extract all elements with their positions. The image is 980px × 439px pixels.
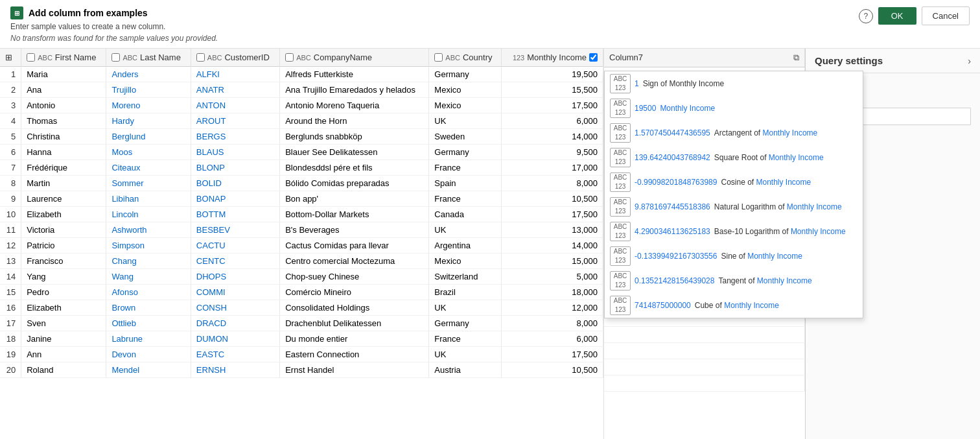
cell-monthly-income: 12,000: [502, 300, 603, 316]
ok-button[interactable]: OK: [878, 7, 916, 25]
cell-monthly-income: 8,000: [502, 316, 603, 331]
col-monthly-income[interactable]: 123 Monthly Income: [502, 49, 603, 67]
header-title: ⊞ Add column from examples: [10, 6, 218, 19]
cell-monthly-income: 13,000: [502, 222, 603, 238]
row-index: 15: [0, 285, 21, 300]
cell-customer-id: BERGS: [191, 129, 279, 145]
cell-first-name: Roland: [21, 362, 106, 378]
col7-row: [604, 327, 805, 343]
col7-cell: [604, 327, 805, 343]
row-index: 6: [0, 145, 21, 160]
cell-monthly-income: 17,500: [502, 98, 603, 113]
suggestion-value: -0.99098201848763989: [635, 178, 717, 187]
suggestion-desc: Natural Logarithm of Monthly Income: [714, 202, 842, 211]
col7-cell: [604, 359, 805, 375]
suggestion-item[interactable]: ABC123 -0.99098201848763989 Cosine of Mo…: [605, 170, 863, 195]
table-row: 13 Francisco Chang CENTC Centro comercia…: [0, 254, 603, 269]
cell-country: UK: [429, 300, 502, 316]
cell-monthly-income: 19,500: [502, 67, 603, 82]
cell-last-name: Ottlieb: [106, 316, 191, 331]
expand-icon[interactable]: ›: [968, 56, 971, 66]
cell-first-name: Thomas: [21, 113, 106, 129]
cell-monthly-income: 15,500: [502, 82, 603, 98]
suggestion-value: 0.13521428156439028: [635, 276, 714, 285]
col-first-name-checkbox[interactable]: [27, 53, 35, 62]
suggestion-item[interactable]: ABC123 1.5707450447436595 Arctangent of …: [605, 121, 863, 145]
suggestion-type-icon: ABC123: [610, 246, 631, 266]
cell-company-name: Du monde entier: [280, 331, 429, 347]
cell-company-name: Eastern Connection: [280, 347, 429, 362]
row-index: 16: [0, 300, 21, 316]
col-company-name[interactable]: ABC CompanyName: [280, 49, 429, 67]
cell-first-name: Elizabeth: [21, 300, 106, 316]
cell-last-name: Berglund: [106, 129, 191, 145]
col-country-checkbox[interactable]: [434, 53, 443, 62]
table-row: 2 Ana Trujillo ANATR Ana Trujillo Emared…: [0, 82, 603, 98]
cell-first-name: Francisco: [21, 254, 106, 269]
row-index: 3: [0, 98, 21, 113]
suggestion-value: 1.5707450447436595: [635, 128, 710, 137]
suggestion-item[interactable]: ABC123 1 Sign of Monthly Income: [605, 71, 863, 96]
col-country[interactable]: ABC Country: [429, 49, 502, 67]
cell-country: Canada: [429, 207, 502, 222]
suggestion-item[interactable]: ABC123 9.8781697445518386 Natural Logari…: [605, 195, 863, 219]
cell-customer-id: COMMI: [191, 285, 279, 300]
cancel-button[interactable]: Cancel: [922, 6, 970, 25]
cell-first-name: Ann: [21, 347, 106, 362]
row-index: 13: [0, 254, 21, 269]
suggestion-type-icon: ABC123: [610, 222, 631, 241]
row-index: 11: [0, 222, 21, 238]
suggestion-item[interactable]: ABC123 4.2900346113625183 Base-10 Logari…: [605, 219, 863, 244]
suggestion-value: -0.13399492167303556: [635, 252, 717, 261]
cell-monthly-income: 15,000: [502, 254, 603, 269]
cell-first-name: Antonio: [21, 98, 106, 113]
cell-company-name: Alfreds Futterkiste: [280, 67, 429, 82]
cell-country: Spain: [429, 176, 502, 191]
cell-customer-id: EASTC: [191, 347, 279, 362]
suggestion-value: 19500: [635, 104, 656, 113]
copy-icon[interactable]: ⧉: [793, 53, 799, 63]
suggestion-item[interactable]: ABC123 0.13521428156439028 Tangent of Mo…: [605, 268, 863, 293]
cell-customer-id: BOTTM: [191, 207, 279, 222]
cell-last-name: Devon: [106, 347, 191, 362]
col-customer-id-checkbox[interactable]: [196, 53, 205, 62]
cell-country: Mexico: [429, 254, 502, 269]
suggestion-item[interactable]: ABC123 19500 Monthly Income: [605, 96, 863, 121]
cell-company-name: Bon app': [280, 191, 429, 207]
suggestion-item[interactable]: ABC123 139.64240043768942 Square Root of…: [605, 145, 863, 170]
suggestion-desc: Cube of Monthly Income: [695, 301, 779, 310]
col-customer-id[interactable]: ABC CustomerID: [191, 49, 279, 67]
col-monthly-income-checkbox[interactable]: [589, 53, 598, 62]
header-warning: No transform was found for the sample va…: [10, 34, 218, 43]
suggestion-item[interactable]: ABC123 -0.13399492167303556 Sine of Mont…: [605, 244, 863, 268]
cell-last-name: Brown: [106, 300, 191, 316]
suggestions-dropdown[interactable]: ABC123 1 Sign of Monthly Income ABC123 1…: [604, 71, 863, 318]
cell-company-name: Antonio Moreno Taqueria: [280, 98, 429, 113]
table-row: 15 Pedro Afonso COMMI Comércio Mineiro B…: [0, 285, 603, 300]
cell-last-name: Labrune: [106, 331, 191, 347]
table-header-row: ⊞ ABC First Name ABC Last Name: [0, 49, 603, 67]
col-first-name[interactable]: ABC First Name: [21, 49, 106, 67]
help-button[interactable]: ?: [859, 9, 873, 23]
col-company-name-checkbox[interactable]: [285, 53, 294, 62]
cell-country: Germany: [429, 145, 502, 160]
table-row: 19 Ann Devon EASTC Eastern Connection UK…: [0, 347, 603, 362]
cell-first-name: Martin: [21, 176, 106, 191]
table-row: 18 Janine Labrune DUMON Du monde entier …: [0, 331, 603, 347]
row-index: 17: [0, 316, 21, 331]
cell-first-name: Patricio: [21, 238, 106, 254]
table-row: 6 Hanna Moos BLAUS Blauer See Delikatess…: [0, 145, 603, 160]
col-last-name-checkbox[interactable]: [111, 53, 120, 62]
row-index: 7: [0, 160, 21, 176]
col-last-name[interactable]: ABC Last Name: [106, 49, 191, 67]
cell-last-name: Lincoln: [106, 207, 191, 222]
cell-monthly-income: 17,500: [502, 207, 603, 222]
cell-first-name: Janine: [21, 331, 106, 347]
cell-last-name: Citeaux: [106, 160, 191, 176]
cell-company-name: Chop-suey Chinese: [280, 269, 429, 285]
data-table-area[interactable]: ⊞ ABC First Name ABC Last Name: [0, 49, 604, 439]
suggestion-item[interactable]: ABC123 7414875000000 Cube of Monthly Inc…: [605, 293, 863, 318]
cell-monthly-income: 14,000: [502, 129, 603, 145]
cell-country: Argentina: [429, 238, 502, 254]
cell-first-name: Christina: [21, 129, 106, 145]
